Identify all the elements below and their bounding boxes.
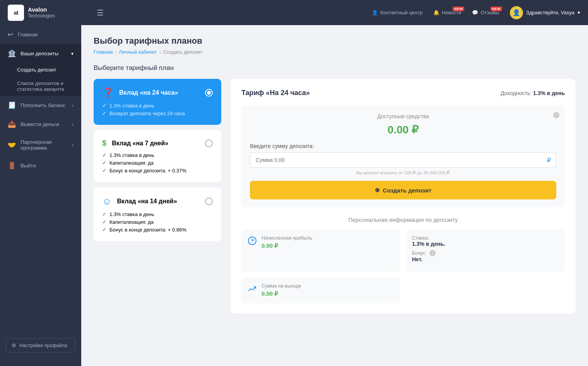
withdraw-icon: 📤 [8, 120, 16, 128]
tariff-name-7d: Вклад «на 7 дней» [112, 140, 200, 147]
partner-icon: 🤝 [8, 141, 16, 149]
sidebar-bottom: ⚙ Настройки профайла [0, 332, 81, 358]
tariff-display-name: Тариф «На 24 часа» [241, 89, 310, 97]
deposit-input-label: Введите сумму депозита: [250, 143, 556, 149]
check-icon: ✓ [102, 111, 106, 116]
yield-value: 1.3% в день [533, 90, 565, 96]
tariff-card-14d[interactable]: ☺ Вклад «на 14 дней» ✓ 1.3% ставка в ден… [94, 187, 221, 241]
breadcrumb-cabinet[interactable]: Личный кабинет [119, 49, 157, 55]
tariff-feature: ✓ Возврат депозита через 24 часа [102, 111, 213, 116]
tariff-feature: ✓ Капитализация: да [102, 160, 213, 166]
section-title: Выберите тарифный план [94, 64, 576, 72]
tariff-radio-7d[interactable] [205, 140, 213, 147]
greeting-text: Здравствуйте, Vasya [526, 10, 574, 15]
tariff-feature: ✓ 1.3% ставка в день [102, 152, 213, 158]
home-icon: ↩ [8, 31, 13, 39]
chevron-right-icon: › [72, 122, 74, 127]
profit-label: Начисленная прибыль [262, 235, 312, 241]
sidebar-subitem-deposit-list[interactable]: Список депозитов и статистика аккаунта [0, 77, 81, 96]
sidebar-item-label: Ваши депозиты [21, 51, 67, 56]
deposits-icon: 🏦 [8, 49, 16, 58]
breadcrumb-home[interactable]: Главная [94, 49, 113, 55]
output-value: 0.00 ₽ [262, 290, 301, 297]
currency-symbol: ₽ [547, 157, 551, 164]
contact-icon: 👤 [372, 10, 378, 15]
check-icon: ✓ [102, 211, 106, 217]
logo: at Avalon Technologies [8, 5, 89, 21]
deposit-input-wrapper: ₽ [250, 152, 556, 168]
menu-toggle-button[interactable]: ☰ [97, 8, 104, 17]
tariff-feature: ✓ Капитализация: да [102, 219, 213, 225]
tariff-name-14d: Вклад «на 14 дней» [117, 198, 200, 205]
sidebar-item-label: Вывести деньги [21, 121, 67, 127]
tariff-header: ☺ Вклад «на 14 дней» [102, 196, 213, 207]
tariff-radio-24h[interactable] [205, 89, 213, 97]
header-right: 👤 Контактный центр 🔔 Новости NEW 💬 Отзыв… [372, 6, 580, 19]
sidebar-item-deposits[interactable]: 🏦 Ваши депозиты ▾ [0, 44, 81, 63]
breadcrumb: Главная › Личный кабинет › Создать депоз… [94, 49, 576, 55]
news-link[interactable]: 🔔 Новости NEW [433, 10, 461, 15]
sidebar-item-logout[interactable]: 🚪 Выйти [0, 156, 81, 175]
logo-icon: at [8, 5, 24, 21]
yield-label: Доходность: [501, 90, 532, 96]
tariff-radio-14d[interactable] [205, 197, 213, 205]
info-cards: Начисленная прибыль 0.00 ₽ Ставка: 1.3% … [241, 229, 565, 303]
tariff-feature: ✓ 1.3% ставка в день [102, 211, 213, 217]
sidebar-nav: ↩ Главная 🏦 Ваши депозиты ▾ Создать депо… [0, 25, 81, 332]
sidebar-item-withdraw[interactable]: 📤 Вывести деньги › [0, 115, 81, 134]
tariff-feature: ✓ Бонус в конце депозита: + 0.86% [102, 227, 213, 233]
output-label: Сумма на выходе [262, 283, 301, 289]
news-badge: NEW [453, 7, 465, 11]
bonus-label: Бонус: i [412, 250, 559, 256]
tariff-card-7d[interactable]: $ Вклад «на 7 дней» ✓ 1.3% ставка в день… [94, 130, 221, 182]
content-grid: ❓ Вклад «на 24 часа» ✓ 1.3% ставка в ден… [94, 79, 576, 313]
create-deposit-button[interactable]: ⊕ Создать депозит [250, 181, 556, 199]
tariff-yield: Доходность: 1.3% в день [501, 90, 565, 96]
rate-value: 1.3% в день. [412, 241, 559, 247]
contact-center-link[interactable]: 👤 Контактный центр [372, 10, 422, 15]
rate-label: Ставка: [412, 235, 559, 241]
deposit-btn-icon: ⊕ [375, 187, 380, 194]
tariff-icon-14d: ☺ [102, 196, 112, 207]
main-content: Выбор тарифных планов Главная › Личный к… [81, 25, 588, 366]
funds-label: Доступные средства [250, 113, 556, 119]
info-icon[interactable]: i [553, 112, 559, 118]
check-icon: ✓ [102, 227, 106, 233]
avatar: 👤 [510, 6, 523, 19]
trend-icon [248, 284, 257, 296]
tariff-header: $ Вклад «на 7 дней» [102, 139, 213, 148]
sidebar-item-label: Пополнить баланс [21, 102, 67, 108]
bonus-info-icon[interactable]: i [429, 250, 436, 256]
info-card-profit: Начисленная прибыль 0.00 ₽ [241, 229, 400, 272]
sidebar-item-home[interactable]: ↩ Главная [0, 25, 81, 44]
check-icon: ✓ [102, 103, 106, 109]
breadcrumb-sep-2: › [159, 49, 161, 55]
breadcrumb-sep-1: › [115, 49, 116, 55]
profile-settings-button[interactable]: ⚙ Настройки профайла [6, 338, 75, 352]
chevron-down-icon: ▾ [71, 51, 74, 56]
sidebar-item-label: Главная [18, 32, 74, 37]
sidebar: ↩ Главная 🏦 Ваши депозиты ▾ Создать депо… [0, 25, 81, 366]
funds-amount: 0.00 ₽ [250, 123, 556, 136]
tariff-icon-24h: ❓ [102, 87, 114, 98]
info-card-rate: Ставка: 1.3% в день. Бонус: i Нет. [406, 229, 565, 272]
sidebar-item-partner[interactable]: 🤝 Партнерская программа › [0, 134, 81, 156]
funds-box: i Доступные средства 0.00 ₽ Введите сумм… [241, 106, 565, 207]
tariff-list: ❓ Вклад «на 24 часа» ✓ 1.3% ставка в ден… [94, 79, 221, 241]
tariff-card-24h[interactable]: ❓ Вклад «на 24 часа» ✓ 1.3% ставка в ден… [94, 79, 221, 125]
brand-sub: Technologies [28, 13, 55, 19]
check-icon: ✓ [102, 152, 106, 158]
sidebar-subitem-create-deposit[interactable]: Создать депозит [0, 63, 81, 77]
deposit-amount-input[interactable] [250, 152, 556, 168]
create-deposit-label: Создать депозит [383, 187, 432, 194]
sidebar-item-topup[interactable]: 🧾 Пополнить баланс › [0, 96, 81, 115]
reviews-link[interactable]: 💬 Отзывы NEW [472, 10, 499, 15]
chevron-down-icon: ▾ [578, 10, 580, 15]
sidebar-item-label: Выйти [21, 163, 74, 169]
bonus-value: Нет. [412, 256, 559, 262]
user-menu[interactable]: 👤 Здравствуйте, Vasya ▾ [510, 6, 580, 19]
chat-icon: 💬 [472, 10, 478, 15]
deposit-hint: Вы можете вложить от 100 ₽ до 30 000 000… [250, 170, 556, 175]
reviews-badge: NEW [491, 7, 503, 11]
deposits-submenu: Создать депозит Список депозитов и стати… [0, 63, 81, 96]
